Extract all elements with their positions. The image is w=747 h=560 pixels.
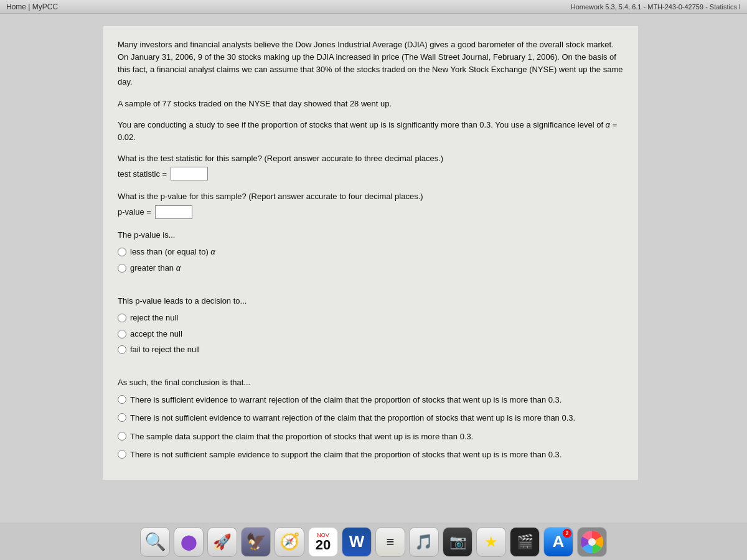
dock-appstore[interactable]: A 2 (543, 527, 573, 557)
dock-calendar-day: 20 (316, 538, 331, 552)
dock-photos[interactable]: 🎬 (510, 527, 540, 557)
conclusion-radio-label-3: The sample data support the claim that t… (130, 431, 473, 443)
decision-radio-3[interactable] (118, 345, 126, 354)
dock-facetime[interactable]: 📷 (443, 527, 472, 557)
conclusion-radio-1[interactable] (118, 395, 126, 404)
decision-radio-label-3: fail to reject the null (130, 343, 200, 356)
pvalue-radio-1[interactable] (118, 248, 126, 256)
pvalue-row: p-value = (118, 205, 623, 219)
conclusion-option-3: The sample data support the claim that t… (118, 431, 623, 443)
dock-siri[interactable]: ⬤ (174, 527, 204, 557)
svg-point-1 (588, 538, 596, 546)
word-icon: W (349, 532, 365, 551)
dock-bookmarks[interactable]: ★ (476, 527, 506, 557)
browser-area: Many investors and financial analysts be… (0, 14, 747, 523)
pvalue-radio-label-1: less than (or equal to) α (130, 246, 215, 258)
conclusion-option-1: There is sufficient evidence to warrant … (118, 394, 623, 406)
conclusion-radio-label-4: There is not sufficient sample evidence … (130, 449, 561, 461)
pvalue-input[interactable] (155, 205, 192, 219)
conclusion-radio-3[interactable] (118, 432, 126, 441)
pvalue-radio-group: less than (or equal to) α greater than α (118, 246, 623, 274)
study-paragraph: You are conducting a study to see if the… (118, 119, 623, 144)
conclusion-radio-label-1: There is sufficient evidence to warrant … (130, 394, 561, 406)
top-bar: Home | MyPCC Homework 5.3, 5.4, 6.1 - MT… (0, 0, 747, 14)
color-wheel-icon (581, 531, 603, 553)
notes-icon: ≡ (387, 534, 395, 550)
dock-safari[interactable]: 🧭 (275, 527, 304, 557)
test-stat-row: test statistic = (118, 167, 623, 180)
decision-radio-label-1: reject the null (130, 312, 178, 324)
decision-option-3: fail to reject the null (118, 343, 623, 356)
conclusion-radio-group: There is sufficient evidence to warrant … (118, 394, 623, 461)
decision-radio-2[interactable] (118, 330, 126, 338)
dock-notes[interactable]: ≡ (375, 527, 405, 557)
pvalue-label: p-value = (118, 206, 151, 218)
sample-paragraph: A sample of 77 stocks traded on the NYSE… (118, 98, 623, 110)
pvalue-radio-2[interactable] (118, 264, 126, 273)
test-stat-input[interactable] (171, 167, 208, 180)
top-bar-title: Homework 5.3, 5.4, 6.1 - MTH-243-0-42759… (571, 3, 741, 11)
dock-finder[interactable]: 🔍 (140, 527, 170, 557)
decision-radio-label-2: accept the null (130, 328, 182, 340)
pvalue-option-1: less than (or equal to) α (118, 246, 623, 258)
top-bar-nav[interactable]: Home | MyPCC (6, 2, 58, 11)
conclusion-radio-4[interactable] (118, 450, 126, 459)
pvalue-option-2: greater than α (118, 262, 623, 274)
dock: 🔍 ⬤ 🚀 🦅 🧭 NOV 20 W ≡ 🎵 📷 ★ 🎬 (0, 523, 747, 560)
content-box: Many investors and financial analysts be… (103, 26, 638, 480)
conclusion-title: As such, the final conclusion is that... (118, 376, 623, 389)
alpha-symbol: α (606, 120, 610, 129)
dock-appstore-badge: 2 (563, 529, 571, 538)
decision-option-2: accept the null (118, 328, 623, 340)
dock-calendar[interactable]: NOV 20 (308, 527, 338, 557)
decision-radio-group: reject the null accept the null fail to … (118, 312, 623, 356)
test-stat-label: test statistic = (118, 168, 167, 180)
decision-radio-1[interactable] (118, 314, 126, 322)
dock-music[interactable]: 🎵 (409, 527, 439, 557)
dock-launchpad[interactable]: 🚀 (207, 527, 237, 557)
pvalue-radio-label-2: greater than α (130, 262, 181, 274)
test-stat-question: What is the test statistic for this samp… (118, 152, 623, 165)
dock-system-prefs[interactable] (577, 527, 607, 557)
conclusion-option-2: There is not sufficient evidence to warr… (118, 412, 623, 424)
dock-mail[interactable]: 🦅 (241, 527, 271, 557)
conclusion-option-4: There is not sufficient sample evidence … (118, 449, 623, 461)
conclusion-radio-2[interactable] (118, 413, 126, 422)
intro-paragraph: Many investors and financial analysts be… (118, 39, 623, 89)
decision-option-1: reject the null (118, 312, 623, 324)
decision-title: This p-value leads to a decision to... (118, 295, 623, 307)
pvalue-question: What is the p-value for this sample? (Re… (118, 190, 623, 203)
pvalue-is-title: The p-value is... (118, 229, 623, 241)
dock-word[interactable]: W (342, 527, 372, 557)
conclusion-radio-label-2: There is not sufficient evidence to warr… (130, 412, 575, 424)
